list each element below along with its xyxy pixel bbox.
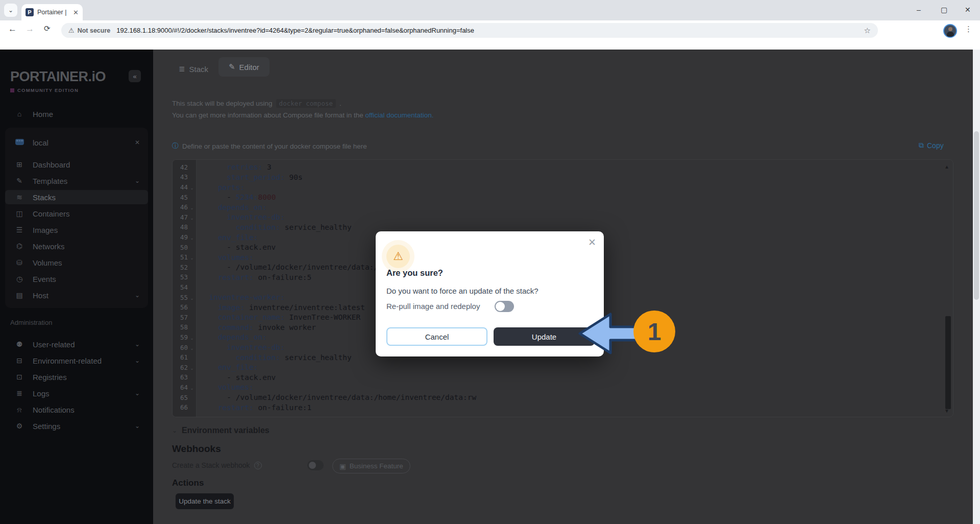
list-icon: ≣: [179, 64, 185, 74]
sidebar-item-label: Host: [33, 291, 135, 300]
sidebar-item-label: Networks: [33, 242, 148, 251]
editor-scrollbar-thumb[interactable]: [945, 316, 951, 409]
fold-gutter: [188, 306, 196, 308]
templates-icon: ✎: [13, 177, 26, 185]
sidebar-item-notifications[interactable]: ⍾Notifications: [5, 402, 148, 417]
browser-menu-icon[interactable]: ⋮: [965, 25, 972, 34]
code-line-42[interactable]: 42retries: 3: [173, 162, 943, 173]
sidebar-item-host[interactable]: ▤Host⌄: [5, 288, 148, 302]
sidebar-item-user-related[interactable]: ⚉User-related⌄: [5, 337, 148, 351]
toggle-knob: [309, 462, 316, 469]
window-close-button[interactable]: ✕: [965, 6, 971, 14]
line-number: 66: [173, 403, 188, 411]
settings-icon: ⚙: [13, 422, 26, 430]
sidebar-item-settings[interactable]: ⚙Settings⌄: [5, 419, 148, 433]
forward-button[interactable]: →: [26, 24, 34, 34]
sidebar-item-dashboard[interactable]: ⊞Dashboard: [5, 157, 148, 172]
line-number: 65: [173, 394, 188, 401]
code-text: - 5234:8000: [196, 193, 276, 201]
fold-arrow-icon[interactable]: ⌄: [188, 294, 196, 301]
sidebar-item-stacks[interactable]: ≋Stacks: [5, 190, 148, 204]
networks-icon: ⌬: [13, 242, 26, 250]
sidebar-item-registries[interactable]: ⊡Registries: [5, 370, 148, 384]
back-button[interactable]: ←: [8, 24, 17, 34]
code-line-66[interactable]: 66restart: on-failure:1: [173, 402, 943, 413]
fold-arrow-icon[interactable]: ⌄: [188, 254, 196, 260]
tab-editor[interactable]: ✎ Editor: [218, 57, 270, 77]
sidebar-item-home[interactable]: ⌂Home: [5, 107, 148, 121]
window-minimize-button[interactable]: –: [917, 6, 921, 14]
code-line-48[interactable]: 48condition: service_healthy: [173, 222, 943, 232]
code-line-46[interactable]: 46⌄depends_on:: [173, 202, 943, 212]
code-line-64[interactable]: 64⌄volumes:: [173, 383, 943, 393]
chevron-down-icon: ⌄: [135, 341, 140, 348]
fold-arrow-icon[interactable]: ⌄: [188, 344, 196, 351]
code-line-43[interactable]: 43start_period: 90s: [173, 172, 943, 182]
url-bar[interactable]: ⚠ Not secure 192.168.1.18:9000/#!/2/dock…: [61, 23, 878, 38]
fold-arrow-icon[interactable]: ⌄: [188, 184, 196, 190]
sidebar-item-images[interactable]: ☰Images: [5, 223, 148, 237]
code-text: env_file:: [196, 363, 258, 371]
tab-close-icon[interactable]: ✕: [73, 9, 79, 16]
bookmark-star-icon[interactable]: ☆: [864, 26, 871, 35]
line-number: 57: [173, 314, 188, 321]
code-text: restart: on-failure:1: [196, 403, 311, 412]
line-number: 51: [173, 253, 188, 261]
page-scrollbar-thumb[interactable]: [974, 131, 979, 300]
sidebar-item-networks[interactable]: ⌬Networks: [5, 239, 148, 253]
editor-scroll-up-icon[interactable]: ▲: [944, 164, 949, 170]
dialog-title: Are you sure?: [386, 268, 443, 278]
window-maximize-button[interactable]: ▢: [941, 6, 947, 14]
code-line-45[interactable]: 45- 5234:8000: [173, 192, 943, 202]
copy-button[interactable]: ⧉ Copy: [919, 141, 944, 150]
edition-square-icon: [10, 88, 14, 92]
fold-arrow-icon[interactable]: ⌄: [188, 234, 196, 241]
tab-search-button[interactable]: ⌄: [4, 4, 17, 17]
sidebar-item-logs[interactable]: ≣Logs⌄: [5, 386, 148, 400]
environment-variables-section[interactable]: ⌄ Environment variables: [172, 426, 270, 435]
repull-toggle[interactable]: [495, 301, 514, 312]
help-icon[interactable]: ?: [254, 462, 262, 469]
fold-gutter: [188, 317, 196, 318]
line-number: 64: [173, 384, 188, 391]
code-line-47[interactable]: 47⌄inventree-db:: [173, 212, 943, 223]
code-line-65[interactable]: 65- /volume1/docker/inventree/data:/home…: [173, 392, 943, 402]
tab-stack[interactable]: ≣ Stack: [179, 60, 208, 78]
fold-arrow-icon[interactable]: ⌄: [188, 204, 196, 210]
close-icon[interactable]: ✕: [135, 139, 140, 146]
code-line-44[interactable]: 44⌄ports:: [173, 182, 943, 193]
business-feature-badge[interactable]: ▣ Business Feature: [332, 459, 410, 473]
sidebar-item-environment-related[interactable]: ⊟Environment-related⌄: [5, 353, 148, 368]
official-documentation-link[interactable]: official documentation.: [365, 111, 433, 119]
sidebar-item-events[interactable]: ◷Events: [5, 272, 148, 286]
fold-arrow-icon[interactable]: ⌄: [188, 334, 196, 341]
sidebar-item-local[interactable]: local✕: [5, 135, 148, 150]
sidebar-collapse-button[interactable]: «: [129, 70, 141, 82]
browser-tab[interactable]: P Portainer | ✕: [21, 4, 83, 20]
sidebar-item-containers[interactable]: ◫Containers: [5, 206, 148, 221]
code-text: - /volume1/docker/inventree/data:/home/i…: [196, 393, 476, 401]
fold-gutter: [188, 267, 196, 268]
update-the-stack-button[interactable]: Update the stack: [176, 493, 234, 509]
page-scrollbar[interactable]: [973, 50, 980, 524]
code-line-62[interactable]: 62⌄env_file:: [173, 362, 943, 372]
sidebar-item-volumes[interactable]: ⛁Volumes: [5, 255, 148, 270]
browser-profile-avatar[interactable]: [943, 24, 957, 38]
not-secure-label[interactable]: Not secure: [78, 27, 111, 34]
webhook-toggle[interactable]: [307, 460, 324, 470]
line-number: 42: [173, 163, 188, 171]
fold-arrow-icon[interactable]: ⌄: [188, 364, 196, 371]
cancel-button[interactable]: Cancel: [386, 327, 487, 346]
actions-heading: Actions: [172, 478, 204, 488]
reload-button[interactable]: ⟳: [44, 24, 51, 33]
dialog-close-icon[interactable]: ✕: [588, 236, 596, 248]
sidebar-item-templates[interactable]: ✎Templates⌄: [5, 174, 148, 188]
fold-arrow-icon[interactable]: ⌄: [188, 214, 196, 221]
code-line-63[interactable]: 63- stack.env: [173, 372, 943, 383]
fold-arrow-icon[interactable]: ⌄: [188, 384, 196, 391]
stacks-icon: ≋: [13, 193, 26, 201]
chevron-down-icon: ⌄: [135, 357, 140, 364]
line-number: 43: [173, 173, 188, 181]
create-webhook-label: Create a Stack webhook: [172, 461, 250, 469]
url-text[interactable]: 192.168.1.18:9000/#!/2/docker/stacks/inv…: [116, 27, 864, 34]
